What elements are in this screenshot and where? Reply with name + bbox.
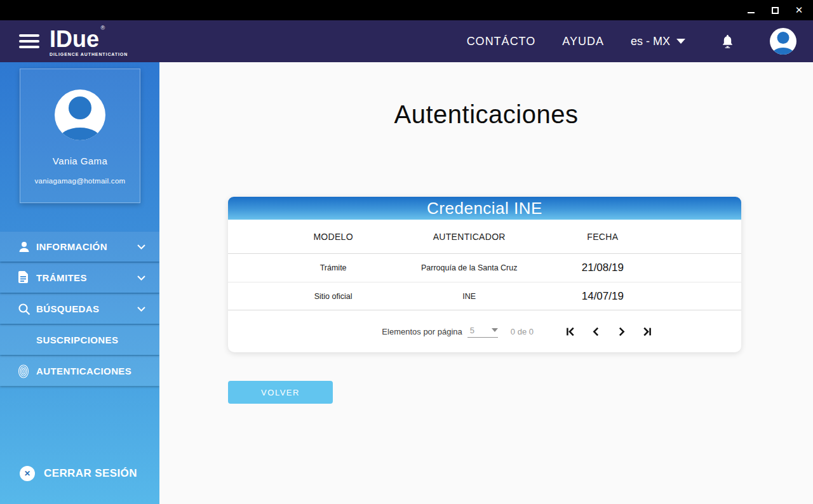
logo-subtitle: DILIGENCE AUTHENTICATION bbox=[50, 52, 128, 56]
avatar-body bbox=[59, 128, 101, 140]
sidebar-item-label: SUSCRIPCIONES bbox=[36, 335, 145, 345]
column-header-autenticador: AUTENTICADOR bbox=[403, 232, 536, 242]
avatar-body bbox=[772, 48, 794, 55]
previous-page-button[interactable] bbox=[591, 326, 601, 337]
fingerprint-icon bbox=[18, 364, 36, 378]
column-header-modelo: MODELO bbox=[264, 232, 403, 242]
paginator: Elementos por página 5 0 de 0 bbox=[228, 310, 741, 352]
chevron-down-icon bbox=[137, 244, 145, 249]
cell-fecha: 21/08/19 bbox=[536, 262, 669, 274]
chevron-down-icon bbox=[676, 39, 685, 44]
sidebar-menu: INFORMACIÓN TRÁMITES BÚSQUEDAS bbox=[0, 232, 159, 386]
table-row: Trámite Parroquía de la Santa Cruz 21/08… bbox=[228, 254, 741, 282]
bell-icon bbox=[721, 34, 734, 49]
minimize-button[interactable] bbox=[746, 5, 756, 15]
last-page-icon bbox=[642, 326, 652, 337]
language-value: es - MX bbox=[631, 35, 670, 48]
nav-help-link[interactable]: AYUDA bbox=[562, 35, 604, 48]
profile-name: Vania Gama bbox=[20, 156, 140, 166]
profile-card: Vania Gama vaniagamag@hotmail.com bbox=[20, 69, 140, 203]
back-button[interactable]: VOLVER bbox=[228, 381, 333, 404]
last-page-button[interactable] bbox=[642, 326, 652, 337]
notifications-button[interactable] bbox=[721, 34, 734, 49]
profile-email: vaniagamag@hotmail.com bbox=[20, 177, 140, 185]
chevron-down-icon bbox=[492, 328, 498, 332]
avatar-head bbox=[69, 96, 91, 119]
sidebar-item-label: TRÁMITES bbox=[36, 272, 137, 283]
sidebar-item-autenticaciones[interactable]: AUTENTICACIONES bbox=[0, 356, 159, 386]
nav-contact-link[interactable]: CONTÁCTO bbox=[467, 35, 536, 48]
items-per-page-label: Elementos por página bbox=[382, 327, 462, 336]
minimize-icon bbox=[748, 12, 755, 13]
avatar-head bbox=[777, 32, 789, 44]
table-header-row: MODELO AUTENTICADOR FECHA bbox=[228, 220, 741, 254]
user-avatar[interactable] bbox=[770, 28, 796, 55]
first-page-icon bbox=[565, 326, 576, 337]
hamburger-menu-icon[interactable] bbox=[19, 34, 39, 48]
table-row: Sitio oficial INE 14/07/19 bbox=[228, 282, 741, 310]
sidebar-item-informacion[interactable]: INFORMACIÓN bbox=[0, 232, 159, 262]
close-button[interactable]: ✕ bbox=[794, 5, 804, 15]
search-icon bbox=[18, 303, 36, 315]
page-range-label: 0 de 0 bbox=[511, 327, 534, 336]
first-page-button[interactable] bbox=[565, 326, 576, 337]
app-header: IDue® DILIGENCE AUTHENTICATION CONTÁCTO … bbox=[0, 20, 813, 62]
person-icon bbox=[18, 241, 36, 253]
profile-avatar bbox=[55, 90, 105, 140]
chevron-down-icon bbox=[137, 275, 145, 281]
page-size-value: 5 bbox=[467, 326, 474, 335]
cell-fecha: 14/07/19 bbox=[536, 290, 669, 303]
card-header: Credencial INE bbox=[228, 197, 741, 220]
sidebar-item-busquedas[interactable]: BÚSQUEDAS bbox=[0, 294, 159, 324]
sidebar-item-suscripciones[interactable]: SUSCRIPCIONES bbox=[0, 325, 159, 355]
app-logo: IDue® DILIGENCE AUTHENTICATION bbox=[50, 28, 128, 56]
next-page-button[interactable] bbox=[616, 326, 627, 337]
cell-autenticador: Parroquía de la Santa Cruz bbox=[403, 263, 536, 272]
maximize-button[interactable] bbox=[770, 5, 780, 15]
circle-x-icon: ✕ bbox=[20, 466, 35, 481]
cell-autenticador: INE bbox=[403, 292, 536, 301]
authentications-card: Credencial INE MODELO AUTENTICADOR FECHA… bbox=[228, 197, 741, 352]
cell-modelo: Trámite bbox=[264, 263, 403, 272]
chevron-left-icon bbox=[591, 326, 601, 337]
sidebar-item-label: BÚSQUEDAS bbox=[36, 303, 137, 314]
document-icon bbox=[18, 271, 36, 284]
sidebar-item-label: INFORMACIÓN bbox=[36, 241, 137, 252]
language-selector[interactable]: es - MX bbox=[631, 35, 685, 48]
chevron-down-icon bbox=[137, 307, 145, 312]
logout-label: CERRAR SESIÓN bbox=[44, 467, 137, 480]
maximize-icon bbox=[772, 7, 779, 14]
logo-title: IDue® bbox=[50, 28, 99, 51]
page-size-select[interactable]: 5 bbox=[467, 326, 498, 338]
cell-modelo: Sitio oficial bbox=[264, 292, 403, 301]
main-content: Autenticaciones Credencial INE MODELO AU… bbox=[159, 62, 813, 504]
logout-button[interactable]: ✕ CERRAR SESIÓN bbox=[20, 466, 137, 481]
column-header-fecha: FECHA bbox=[536, 232, 669, 242]
chevron-right-icon bbox=[616, 326, 627, 337]
sidebar-item-label: AUTENTICACIONES bbox=[36, 366, 145, 376]
sidebar: Vania Gama vaniagamag@hotmail.com INFORM… bbox=[0, 62, 159, 504]
registered-mark: ® bbox=[100, 25, 105, 31]
window-titlebar: ✕ bbox=[0, 0, 813, 20]
sidebar-item-tramites[interactable]: TRÁMITES bbox=[0, 263, 159, 293]
page-title: Autenticaciones bbox=[159, 100, 813, 129]
